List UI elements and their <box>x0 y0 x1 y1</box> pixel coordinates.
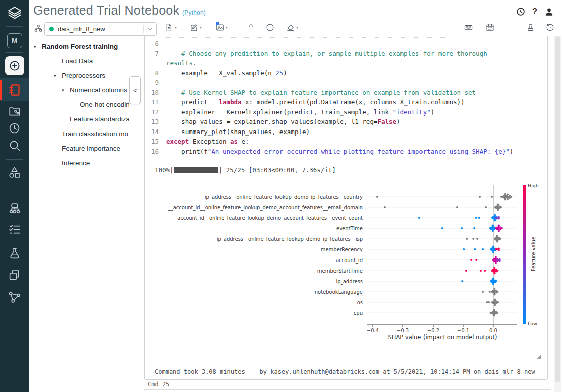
progress-output: 100%|| 25/25 [03:03<00:00, 7.36s/it] <box>155 166 336 174</box>
line-number: 6 <box>145 39 162 49</box>
code-text[interactable]: # Choose any prediction to explain, or s… <box>166 49 518 68</box>
toc-item-label: Preprocessors <box>62 72 105 79</box>
create-button[interactable] <box>5 56 24 75</box>
shap-feature-label: cpu <box>354 310 363 316</box>
toc-item-label: Load Data <box>62 57 93 65</box>
notebook-cell[interactable]: 6 7 # Choose any prediction to explain, … <box>144 36 548 380</box>
toc-panel: ▾Random Forest trainingLoad Data▾Preproc… <box>29 36 129 392</box>
workspace-badge[interactable]: M <box>0 30 29 51</box>
lock-icon[interactable] <box>247 23 255 32</box>
models-icon[interactable] <box>0 264 29 285</box>
toc-item-feature-standardiza[interactable]: Feature standardiza... <box>29 112 129 126</box>
caret-down-icon[interactable]: ▾ <box>34 44 42 49</box>
toc-item-load-data[interactable]: Load Data <box>29 54 129 68</box>
edit-pencil-icon[interactable]: ▾ <box>190 23 202 32</box>
user-icon[interactable] <box>544 7 554 17</box>
code-line[interactable]: 10 # Use Kernel SHAP to explain feature … <box>145 88 547 98</box>
shap-feature-label: memberStartTime <box>317 268 363 274</box>
line-number: 14 <box>145 127 162 137</box>
toc-item-inference[interactable]: Inference <box>29 156 129 170</box>
svg-text:−0.1: −0.1 <box>457 328 469 333</box>
chevron-down-icon: ▾ <box>200 25 202 30</box>
toc-item-random-forest-training[interactable]: ▾Random Forest training <box>29 39 129 54</box>
shap-feature-label: __account_id__online_feature_lookup_demo… <box>172 215 363 221</box>
calendar-icon[interactable] <box>486 23 494 32</box>
line-number: 16 <box>145 147 162 157</box>
shap-summary-plot: −0.4−0.3−0.2−0.10.0SHAP value (impact on… <box>151 181 547 347</box>
toc-item-preprocessors[interactable]: ▾Preprocessors <box>29 68 129 83</box>
svg-text:Low: Low <box>528 321 537 326</box>
chevron-down-icon: ▾ <box>226 25 228 30</box>
code-text[interactable]: print(f"An unexpected error occurred whi… <box>166 147 518 157</box>
workflows-checklist-icon[interactable] <box>0 219 29 240</box>
progress-fill-bar <box>174 167 218 173</box>
cell-resize-handle[interactable] <box>537 354 541 359</box>
notebook-toolbar: dais_mlr_8_new ▾▾▾▾ <box>29 20 562 36</box>
code-line[interactable]: 12 explainer = KernelExplainer(predict, … <box>145 107 547 117</box>
clipped-previous-line <box>166 37 450 38</box>
toc-item-train-classification-mo[interactable]: Train classification mo... <box>29 126 129 141</box>
code-line[interactable]: 11 predict = lambda x: model.predict(pd.… <box>145 97 547 107</box>
app-sidebar: M <box>0 0 29 392</box>
line-number: 8 <box>145 68 162 78</box>
progress-prefix: 100%| <box>155 166 174 174</box>
line-number: 15 <box>145 137 162 147</box>
code-line[interactable]: 14 summary_plot(shap_values, example) <box>145 127 547 137</box>
revision-history-icon[interactable] <box>546 23 554 32</box>
code-text[interactable]: # Use Kernel SHAP to explain feature imp… <box>166 88 518 98</box>
code-text[interactable]: explainer = KernelExplainer(predict, tra… <box>166 107 518 117</box>
create-plus-icon[interactable] <box>0 55 29 76</box>
document-icon[interactable]: ▾ <box>165 23 177 32</box>
line-number: 9 <box>145 78 162 88</box>
data-shapes-icon[interactable] <box>0 162 29 183</box>
code-line[interactable]: 15except Exception as e: <box>145 137 547 147</box>
caret-down-icon[interactable]: ▾ <box>62 88 70 93</box>
svg-text:−0.4: −0.4 <box>367 328 379 333</box>
line-number: 13 <box>145 117 162 127</box>
toc-item-feature-importance[interactable]: Feature importance <box>29 141 129 156</box>
code-text[interactable]: summary_plot(shap_values, example) <box>166 127 518 137</box>
schedule-clock-icon[interactable] <box>516 7 526 17</box>
compute-icon[interactable] <box>0 198 29 219</box>
code-text[interactable]: shap_values = explainer.shap_values(exam… <box>166 117 518 127</box>
keyboard-icon[interactable] <box>464 23 473 32</box>
image-icon[interactable]: ▾ <box>216 23 228 32</box>
chevron-down-icon: ▾ <box>175 25 177 30</box>
code-text[interactable]: predict = lambda x: model.predict(pd.Dat… <box>166 97 518 107</box>
toc-item-numerical-columns[interactable]: ▾Numerical columns <box>29 83 129 97</box>
help-icon[interactable]: ? <box>530 7 540 17</box>
notebook-icon[interactable] <box>0 79 29 100</box>
next-cell-top-edge <box>144 389 551 390</box>
code-line[interactable]: 8 example = X_val.sample(n=25) <box>145 68 547 78</box>
caret-down-icon[interactable]: ▾ <box>54 73 62 78</box>
chevron-down-icon[interactable] <box>144 27 156 31</box>
code-text[interactable]: example = X_val.sample(n=25) <box>166 68 518 78</box>
eraser-icon[interactable]: ▾ <box>286 23 298 32</box>
code-text[interactable] <box>166 39 518 49</box>
code-line[interactable]: 13 shap_values = explainer.shap_values(e… <box>145 117 547 127</box>
notebook-header: Generated Trial Notebook(Python) ? <box>29 0 562 20</box>
toc-collapse-button[interactable]: < <box>129 76 141 104</box>
toc-item-label: Random Forest training <box>42 43 118 50</box>
code-editor[interactable]: 6 7 # Choose any prediction to explain, … <box>145 39 547 156</box>
code-line[interactable]: 9 <box>145 78 547 88</box>
shap-feature-label: memberRecency <box>321 247 363 252</box>
toc-item-label: Feature importance <box>62 145 120 152</box>
scrollbar-thumb[interactable] <box>555 36 560 382</box>
feature-store-graph-icon[interactable] <box>0 286 29 307</box>
code-text[interactable] <box>166 78 518 88</box>
code-line[interactable]: 6 <box>145 39 547 49</box>
cluster-selector[interactable]: dais_mlr_8_new <box>44 22 157 36</box>
experiments-flask-icon[interactable] <box>526 23 535 32</box>
databricks-logo-icon[interactable] <box>0 3 29 24</box>
search-icon[interactable] <box>0 135 29 156</box>
code-line[interactable]: 7 # Choose any prediction to explain, or… <box>145 49 547 68</box>
comments-icon[interactable] <box>506 23 515 32</box>
sitemap-icon <box>34 24 42 32</box>
run-all-icon[interactable] <box>266 23 274 32</box>
notebook-scrollbar[interactable] <box>554 36 561 392</box>
toc-item-one-hot-encoding[interactable]: One-hot encoding <box>29 97 129 112</box>
code-line[interactable]: 16 print(f"An unexpected error occurred … <box>145 147 547 157</box>
experiments-flask-icon[interactable] <box>0 243 29 264</box>
code-text[interactable]: except Exception as e: <box>166 137 518 147</box>
